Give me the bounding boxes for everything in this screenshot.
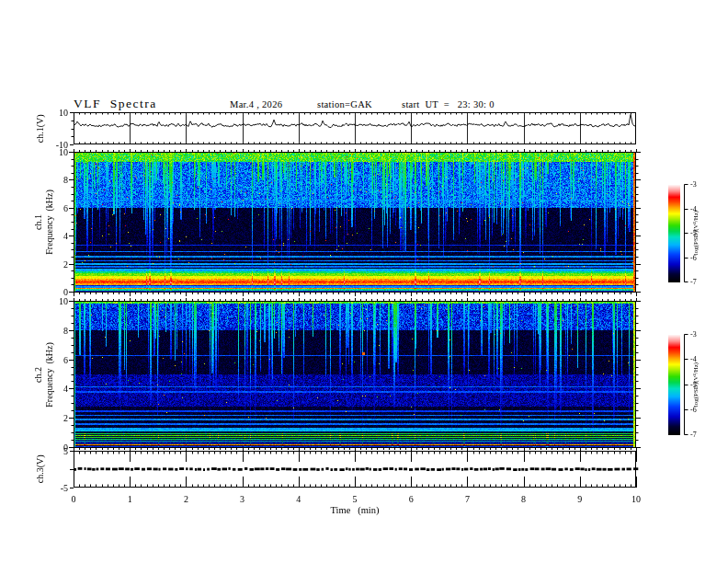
x-tick-label: 6 bbox=[409, 494, 414, 504]
ch1-spectrogram-image bbox=[74, 152, 636, 293]
freq-y-tick-label: 10 bbox=[46, 296, 68, 306]
x-tick-label: 9 bbox=[577, 494, 582, 504]
colorbar-tick-label: -3 bbox=[690, 330, 697, 339]
frequency-unit-label: Frequency (kHz) bbox=[43, 190, 54, 255]
colorbar-tick-label: -4 bbox=[690, 205, 697, 213]
time-axis-title: Time (min) bbox=[331, 505, 380, 515]
ch2-colorbar bbox=[668, 334, 680, 435]
frequency-unit-label: Frequency (kHz) bbox=[43, 342, 54, 408]
freq-y-tick-label: 2 bbox=[46, 413, 68, 423]
colorbar-tick-label: -5 bbox=[690, 229, 697, 237]
colorbar-tick-label: -6 bbox=[690, 254, 697, 262]
x-tick-label: 0 bbox=[72, 494, 76, 504]
station-label: station=GAK bbox=[317, 99, 372, 109]
colorbar-tick-label: -3 bbox=[690, 180, 697, 189]
x-tick-label: 8 bbox=[521, 494, 526, 504]
freq-y-tick-label: 10 bbox=[46, 147, 68, 157]
colorbar-tick-label: -6 bbox=[690, 406, 697, 414]
colorbar-tick-label: -4 bbox=[690, 355, 697, 363]
x-tick-label: 3 bbox=[240, 494, 245, 504]
ch1-frequency-axis-title: ch.1 Frequency (kHz) bbox=[28, 152, 59, 293]
ch2-spectrogram-image bbox=[74, 301, 636, 448]
ch3-y-tick-label: 5 bbox=[46, 446, 68, 456]
freq-y-tick-label: 6 bbox=[46, 202, 68, 213]
ch2-frequency-axis-title: ch.2 Frequency (kHz) bbox=[28, 301, 59, 448]
ch1-y-tick-label: 10 bbox=[46, 108, 68, 118]
colorbar-tick-label: -7 bbox=[690, 278, 697, 286]
freq-y-tick-label: 2 bbox=[46, 259, 68, 269]
start-ut-label: start UT = 23: 30: 0 bbox=[402, 99, 495, 109]
vlf-spectra-figure: VLF Spectra Mar.4 , 2026 station=GAK sta… bbox=[0, 0, 728, 563]
x-tick-label: 2 bbox=[184, 494, 188, 504]
x-tick-label: 5 bbox=[353, 494, 358, 504]
x-tick-label: 1 bbox=[128, 494, 132, 504]
colorbar-tick-label: -5 bbox=[690, 381, 697, 389]
date-label: Mar.4 , 2026 bbox=[230, 99, 282, 109]
ch1-label: ch.1 bbox=[33, 190, 44, 255]
ch3-y-tick-label: -5 bbox=[46, 483, 68, 493]
figure-title: VLF Spectra bbox=[74, 97, 157, 111]
x-tick-label: 7 bbox=[465, 494, 470, 504]
freq-y-tick-label: 4 bbox=[46, 231, 68, 241]
ch1-colorbar bbox=[668, 184, 680, 282]
x-tick-label: 10 bbox=[631, 494, 641, 504]
ch2-label: ch.2 bbox=[33, 342, 44, 408]
colorbar-tick-label: -7 bbox=[690, 431, 697, 439]
x-tick-label: 4 bbox=[296, 494, 301, 504]
freq-y-tick-label: 8 bbox=[46, 175, 68, 185]
freq-y-tick-label: 8 bbox=[46, 325, 68, 335]
freq-y-tick-label: 4 bbox=[46, 384, 68, 394]
freq-y-tick-label: 6 bbox=[46, 354, 68, 364]
